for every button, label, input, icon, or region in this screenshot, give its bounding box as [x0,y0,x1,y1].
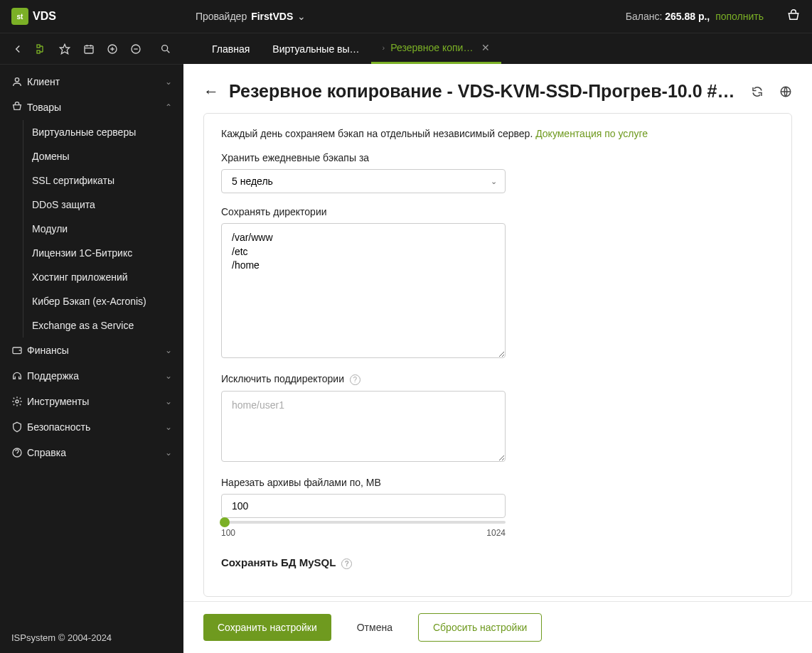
sidebar-support-label: Поддержка [27,370,165,382]
refresh-icon[interactable] [751,85,764,98]
sidebar-item-domains[interactable]: Домены [23,144,183,168]
slider-labels: 100 1024 [221,528,506,538]
logo-badge-icon: st [11,8,28,25]
chevron-down-icon: ⌄ [165,396,172,406]
sidebar-item-bitrix[interactable]: Лицензии 1С-Битрикс [23,241,183,265]
split-label: Нарезать архивы файлами по, МВ [221,477,774,488]
cancel-button[interactable]: Отмена [343,614,407,641]
toolbar-icons [0,43,183,55]
content-scroll[interactable]: Каждый день сохраняем бэкап на отдельный… [183,113,812,601]
tab-main[interactable]: Главная [201,33,261,64]
toolbar: Главная Виртуальные вы… › Резервное копи… [0,33,812,64]
intro-text-content: Каждый день сохраняем бэкап на отдельный… [221,128,533,139]
sidebar-item-ddos[interactable]: DDoS защита [23,193,183,217]
slider-min: 100 [221,528,235,538]
sidebar-group-client[interactable]: Клиент ⌄ [0,69,183,95]
reset-button[interactable]: Сбросить настройки [418,613,542,642]
topup-link[interactable]: пополнить [715,11,764,22]
chevron-right-icon: › [383,43,385,52]
sidebar-finance-label: Финансы [27,345,165,356]
balance-value: 265.88 р., [665,11,710,22]
minus-circle-icon[interactable] [130,43,142,55]
svg-rect-3 [85,45,93,53]
sidebar-group-security[interactable]: Безопасность ⌄ [0,414,183,440]
tab-vms[interactable]: Виртуальные вы… [261,33,370,64]
globe-icon[interactable] [779,85,792,98]
basket-icon [11,102,27,113]
calendar-icon[interactable] [83,43,95,55]
sidebar-item-cyber-backup[interactable]: Кибер Бэкап (ex-Acronis) [23,289,183,313]
logo-text: VDS [33,10,56,23]
back-button[interactable]: ← [203,82,219,101]
chevron-down-icon: ⌄ [165,422,172,432]
tab-backup[interactable]: › Резервное копи… ✕ [371,33,502,64]
sidebar-group-support[interactable]: Поддержка ⌄ [0,363,183,389]
mysql-label: Сохранять БД MySQL ? [221,556,774,569]
logo[interactable]: st VDS [11,8,56,25]
balance-block: Баланс: 265.88 р., пополнить [626,11,764,22]
search-icon[interactable] [160,43,172,55]
client-icon [11,76,27,87]
dirs-textarea[interactable] [221,223,506,358]
help-icon[interactable]: ? [350,374,360,385]
plus-circle-icon[interactable] [107,43,119,55]
intro-text: Каждый день сохраняем бэкап на отдельный… [221,128,774,139]
svg-rect-0 [37,45,40,48]
split-input[interactable] [221,494,506,518]
tabs-bar: Главная Виртуальные вы… › Резервное копи… [183,33,812,64]
sidebar-item-modules[interactable]: Модули [23,217,183,241]
svg-point-9 [16,400,18,403]
sidebar-goods-label: Товары [27,102,165,113]
shield-icon [11,421,27,433]
help-icon[interactable]: ? [341,558,352,569]
svg-point-7 [15,78,18,82]
mysql-label-text: Сохранять БД MySQL [221,556,336,568]
star-icon[interactable] [59,43,71,55]
slider-max: 1024 [486,528,506,538]
exclude-textarea[interactable] [221,391,506,462]
provider-selector[interactable]: Провайдер FirstVDS ⌄ [196,11,306,22]
page-header: ← Резервное копирование - VDS-KVM-SSD-Пр… [183,64,812,113]
sidebar-item-exchange[interactable]: Exchange as a Service [23,313,183,338]
sidebar-security-label: Безопасность [27,421,165,433]
main-content: ← Резервное копирование - VDS-KVM-SSD-Пр… [183,64,812,653]
sidebar-item-ssl[interactable]: SSL сертификаты [23,168,183,193]
help-icon [11,447,27,458]
sidebar-item-label: Виртуальные серверы [32,126,136,138]
wallet-icon [11,345,27,356]
svg-point-6 [161,45,167,50]
retention-label: Хранить ежедневные бэкапы за [221,152,774,163]
tab-close-icon[interactable]: ✕ [481,42,490,53]
doc-link[interactable]: Документация по услуге [535,128,648,139]
chevron-down-icon: ⌄ [297,11,306,22]
sidebar-tools-label: Инструменты [27,396,165,407]
provider-prefix: Провайдер [196,11,247,22]
sidebar-group-tools[interactable]: Инструменты ⌄ [0,389,183,414]
slider-thumb[interactable] [220,517,230,527]
sidebar-item-label: Exchange as a Service [32,320,134,331]
sidebar-nav: Клиент ⌄ Товары ⌃ Виртуальные серверы До… [0,65,183,622]
sidebar-group-help[interactable]: Справка ⌄ [0,440,183,465]
chevron-down-icon: ⌄ [165,448,172,458]
sidebar-group-goods[interactable]: Товары ⌃ [0,95,183,120]
tree-icon[interactable] [36,43,48,55]
sidebar-item-label: Домены [32,151,70,162]
retention-select-button[interactable]: 5 недель [221,169,506,193]
basket-icon[interactable] [786,9,801,23]
svg-marker-2 [60,44,70,53]
sidebar-item-app-hosting[interactable]: Хостинг приложений [23,265,183,289]
sidebar-item-label: SSL сертификаты [32,175,114,186]
provider-name: FirstVDS [251,11,293,22]
tab-backup-label: Резервное копи… [390,42,473,53]
tab-main-label: Главная [212,43,250,55]
save-button[interactable]: Сохранить настройки [203,614,331,641]
split-slider[interactable]: 100 1024 [221,521,506,538]
sidebar-item-virtual-servers[interactable]: Виртуальные серверы [23,120,183,144]
sidebar-group-finance[interactable]: Финансы ⌄ [0,338,183,363]
exclude-label: Исключить поддиректории ? [221,373,774,385]
chevron-down-icon: ⌄ [165,371,172,381]
back-arrow-icon[interactable] [11,43,24,55]
settings-panel: Каждый день сохраняем бэкап на отдельный… [203,113,792,597]
chevron-down-icon: ⌄ [165,345,172,355]
retention-select[interactable]: 5 недель ⌄ [221,169,506,193]
